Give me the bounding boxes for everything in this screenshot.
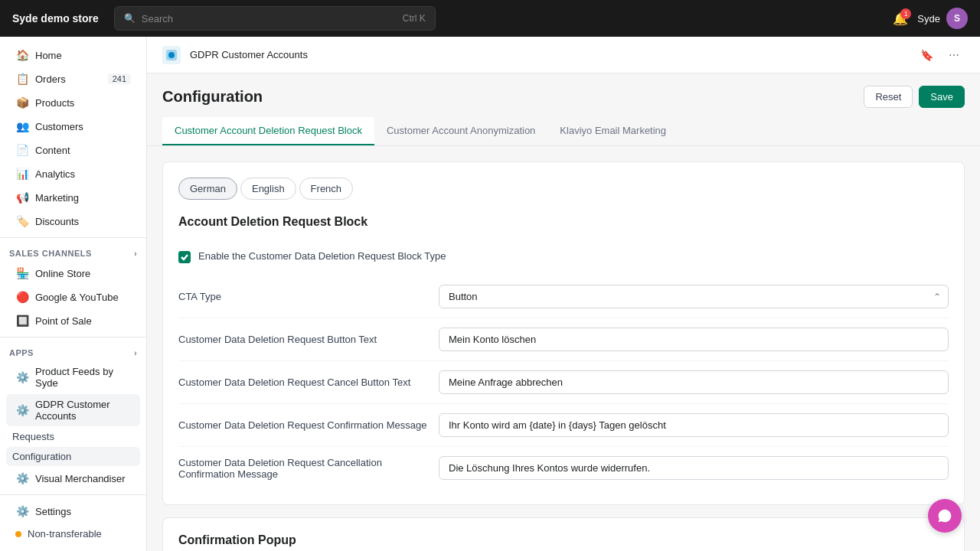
cta-type-label: CTA Type bbox=[178, 291, 439, 302]
page-header: Configuration Reset Save bbox=[147, 73, 980, 117]
sidebar-item-product-feeds[interactable]: ⚙️ Product Feeds by Syde bbox=[6, 361, 140, 393]
sidebar-item-label: Analytics bbox=[35, 168, 75, 180]
gdpr-icon: ⚙️ bbox=[15, 403, 29, 417]
app-header-title: GDPR Customer Accounts bbox=[190, 49, 308, 60]
tab-anonymization[interactable]: Customer Account Anonymization bbox=[374, 117, 547, 145]
reset-button[interactable]: Reset bbox=[864, 86, 913, 108]
cancellation-message-row: Customer Data Deletion Request Cancellat… bbox=[178, 447, 949, 489]
sidebar-item-visual-merch[interactable]: ⚙️ Visual Merchandiser bbox=[6, 467, 140, 490]
lang-tab-french[interactable]: French bbox=[299, 178, 353, 200]
main-tabs: Customer Account Deletion Request Block … bbox=[147, 117, 980, 146]
sidebar-item-label: Marketing bbox=[35, 192, 79, 204]
sidebar-item-label: Visual Merchandiser bbox=[35, 473, 126, 484]
marketing-icon: 📢 bbox=[15, 191, 29, 204]
sidebar-item-orders[interactable]: 📋 Orders 241 bbox=[6, 67, 140, 90]
store-name: Syde demo store bbox=[12, 12, 99, 24]
sidebar-item-label: Home bbox=[35, 50, 62, 61]
search-bar[interactable]: 🔍 Search Ctrl K bbox=[114, 6, 436, 31]
sidebar-item-label: Online Store bbox=[35, 268, 90, 279]
bookmark-icon[interactable]: 🔖 bbox=[916, 44, 937, 66]
sidebar-divider-3 bbox=[0, 494, 146, 495]
non-transferable-badge: Non-transferable bbox=[6, 523, 140, 544]
lang-tab-english[interactable]: English bbox=[240, 178, 296, 200]
configuration-label: Configuration bbox=[12, 451, 71, 462]
orders-badge: 241 bbox=[108, 73, 131, 84]
analytics-icon: 📊 bbox=[15, 167, 29, 181]
sidebar-sub-requests[interactable]: Requests bbox=[6, 427, 140, 446]
checkmark-icon bbox=[181, 255, 188, 259]
sidebar-item-gdpr-accounts[interactable]: ⚙️ GDPR Customer Accounts bbox=[6, 394, 140, 426]
sidebar-item-marketing[interactable]: 📢 Marketing bbox=[6, 186, 140, 209]
apps-chevron[interactable]: › bbox=[134, 349, 137, 357]
chat-bubble[interactable] bbox=[928, 499, 962, 533]
more-options-icon[interactable]: ⋯ bbox=[943, 44, 965, 66]
enable-checkbox[interactable] bbox=[178, 251, 191, 263]
button-text-label: Customer Data Deletion Request Button Te… bbox=[178, 334, 439, 345]
sidebar-item-label: Orders bbox=[35, 73, 66, 85]
sidebar-item-google-youtube[interactable]: 🔴 Google & YouTube bbox=[6, 285, 140, 308]
cancellation-message-control bbox=[439, 456, 949, 480]
enable-checkbox-row: Enable the Customer Data Deletion Reques… bbox=[178, 241, 949, 276]
button-text-row: Customer Data Deletion Request Button Te… bbox=[178, 318, 949, 361]
app-header: GDPR Customer Accounts 🔖 ⋯ bbox=[147, 37, 980, 73]
sidebar-item-label: Point of Sale bbox=[35, 315, 92, 327]
settings-icon: ⚙️ bbox=[15, 504, 29, 518]
chat-icon bbox=[937, 508, 952, 523]
cta-type-select-wrap: Button Link Form ⌃ bbox=[439, 285, 949, 308]
sidebar-item-online-store[interactable]: 🏪 Online Store bbox=[6, 262, 140, 285]
user-menu[interactable]: Syde S bbox=[917, 8, 968, 29]
non-transferable-label: Non-transferable bbox=[28, 528, 102, 540]
visual-merch-icon: ⚙️ bbox=[15, 471, 29, 485]
sales-channels-chevron[interactable]: › bbox=[134, 249, 137, 258]
save-button[interactable]: Save bbox=[919, 86, 965, 108]
cta-type-row: CTA Type Button Link Form ⌃ bbox=[178, 276, 949, 318]
confirmation-popup-title: Confirmation Popup bbox=[178, 533, 949, 547]
sidebar-item-settings[interactable]: ⚙️ Settings bbox=[6, 500, 140, 523]
language-tabs: German English French bbox=[178, 178, 949, 200]
orders-icon: 📋 bbox=[15, 72, 29, 86]
content-area: German English French Account Deletion R… bbox=[147, 146, 980, 551]
confirmation-message-control bbox=[439, 413, 949, 437]
sidebar-item-products[interactable]: 📦 Products bbox=[6, 91, 140, 114]
svg-point-1 bbox=[168, 52, 175, 58]
cancel-button-control bbox=[439, 370, 949, 394]
content-icon: 📄 bbox=[15, 143, 29, 157]
lang-tab-german[interactable]: German bbox=[178, 178, 237, 200]
sidebar-item-point-of-sale[interactable]: 🔲 Point of Sale bbox=[6, 309, 140, 332]
enable-checkbox-wrap bbox=[178, 251, 191, 263]
cancel-button-label: Customer Data Deletion Request Cancel Bu… bbox=[178, 377, 439, 388]
sidebar-sub-configuration[interactable]: Configuration bbox=[6, 447, 140, 466]
requests-label: Requests bbox=[12, 431, 54, 442]
button-text-input[interactable] bbox=[439, 328, 949, 351]
settings-label: Settings bbox=[35, 506, 71, 517]
sidebar-item-label: Discounts bbox=[35, 216, 79, 227]
button-text-control bbox=[439, 328, 949, 351]
cta-type-select[interactable]: Button Link Form bbox=[439, 285, 949, 308]
nt-dot-icon bbox=[15, 531, 21, 537]
confirmation-popup-card: Confirmation Popup Request customer conf… bbox=[162, 517, 965, 551]
cta-type-control: Button Link Form ⌃ bbox=[439, 285, 949, 308]
sidebar-item-discounts[interactable]: 🏷️ Discounts bbox=[6, 210, 140, 233]
notifications-button[interactable]: 🔔 1 bbox=[893, 11, 908, 26]
tab-klaviyo[interactable]: Klaviyo Email Marketing bbox=[547, 117, 678, 145]
confirmation-message-input[interactable] bbox=[439, 413, 949, 437]
app-logo bbox=[162, 46, 181, 64]
cancellation-message-input[interactable] bbox=[439, 456, 949, 480]
customers-icon: 👥 bbox=[15, 119, 29, 133]
cancellation-message-label: Customer Data Deletion Request Cancellat… bbox=[178, 457, 439, 480]
products-icon: 📦 bbox=[15, 96, 29, 109]
main-card: German English French Account Deletion R… bbox=[162, 161, 965, 505]
tab-deletion-request[interactable]: Customer Account Deletion Request Block bbox=[162, 117, 374, 145]
sidebar-item-content[interactable]: 📄 Content bbox=[6, 139, 140, 161]
sidebar-divider-1 bbox=[0, 237, 146, 238]
sidebar-item-label: GDPR Customer Accounts bbox=[35, 399, 131, 422]
sidebar-item-analytics[interactable]: 📊 Analytics bbox=[6, 162, 140, 185]
confirmation-message-row: Customer Data Deletion Request Confirmat… bbox=[178, 404, 949, 447]
discounts-icon: 🏷️ bbox=[15, 214, 29, 228]
home-icon: 🏠 bbox=[15, 48, 29, 62]
sidebar-item-customers[interactable]: 👥 Customers bbox=[6, 115, 140, 138]
topbar: Syde demo store 🔍 Search Ctrl K 🔔 1 Syde… bbox=[0, 0, 980, 37]
sidebar-item-home[interactable]: 🏠 Home bbox=[6, 44, 140, 67]
page-title: Configuration bbox=[162, 88, 263, 106]
cancel-button-input[interactable] bbox=[439, 370, 949, 394]
